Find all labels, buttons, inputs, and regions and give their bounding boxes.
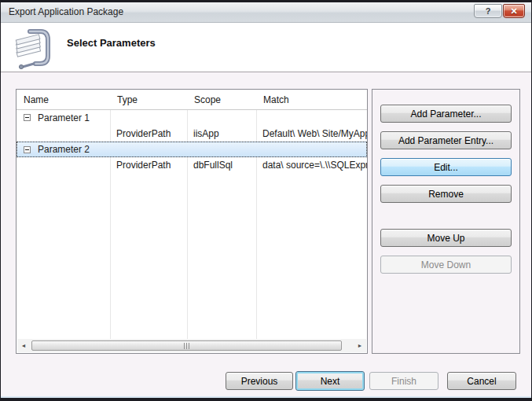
scrollbar-thumb[interactable] <box>31 340 342 351</box>
table-row-entry-2[interactable]: ProviderPath dbFullSql data\ source=\.\\… <box>17 157 367 173</box>
row-scope: iisApp <box>187 128 256 139</box>
column-header-scope[interactable]: Scope <box>187 94 256 105</box>
help-icon: ? <box>486 6 491 16</box>
next-button[interactable]: Next <box>295 371 365 391</box>
row-scope: dbFullSql <box>187 160 256 171</box>
parameters-listview: Name Type Scope Match Parameter 1 Provid… <box>16 89 368 354</box>
scrollbar-track[interactable] <box>30 340 354 351</box>
column-header-name[interactable]: Name <box>17 94 110 105</box>
move-up-button[interactable]: Move Up <box>380 229 512 247</box>
scroll-right-icon[interactable]: ► <box>354 340 366 351</box>
export-application-package-dialog: Export Application Package ? ✕ Select Pa… <box>0 0 532 401</box>
wizard-header: Select Parameters <box>1 23 531 72</box>
table-row-entry-1[interactable]: ProviderPath iisApp Default\ Web\ Site/M… <box>17 126 367 142</box>
help-button[interactable]: ? <box>474 4 502 18</box>
table-row-parameter-1[interactable]: Parameter 1 <box>17 110 367 126</box>
collapse-icon[interactable] <box>24 114 31 121</box>
edit-button[interactable]: Edit... <box>380 158 512 176</box>
close-icon: ✕ <box>510 6 517 17</box>
close-button[interactable]: ✕ <box>503 4 525 18</box>
remove-button[interactable]: Remove <box>380 185 512 203</box>
finish-button: Finish <box>369 372 438 390</box>
row-match: data\ source=\.\\SQLExpress <box>256 160 367 171</box>
title-bar[interactable]: Export Application Package ? ✕ <box>1 2 531 23</box>
table-row-parameter-2-selected[interactable]: Parameter 2 <box>17 142 367 157</box>
package-clamp-icon <box>13 27 52 69</box>
scroll-left-icon[interactable]: ◄ <box>17 340 30 351</box>
cancel-button[interactable]: Cancel <box>447 372 516 390</box>
previous-button[interactable]: Previous <box>226 372 293 390</box>
row-match: Default\ Web\ Site/MyApp <box>256 128 367 139</box>
window-title: Export Application Package <box>9 6 123 17</box>
column-header-match[interactable]: Match <box>256 94 367 105</box>
column-header-type[interactable]: Type <box>110 94 187 105</box>
add-parameter-button[interactable]: Add Parameter... <box>380 105 512 123</box>
move-down-button: Move Down <box>380 256 512 274</box>
listview-header: Name Type Scope Match <box>17 90 367 110</box>
collapse-icon[interactable] <box>24 146 31 153</box>
scrollbar-grip-icon <box>184 343 190 349</box>
row-type: ProviderPath <box>110 160 187 171</box>
actions-panel: Add Parameter... Add Parameter Entry... … <box>372 89 520 354</box>
add-parameter-entry-button[interactable]: Add Parameter Entry... <box>380 131 512 149</box>
horizontal-scrollbar[interactable]: ◄ ► <box>17 339 366 352</box>
window-bottom-edge <box>1 396 531 398</box>
row-type: ProviderPath <box>110 128 187 139</box>
page-title: Select Parameters <box>67 37 156 49</box>
